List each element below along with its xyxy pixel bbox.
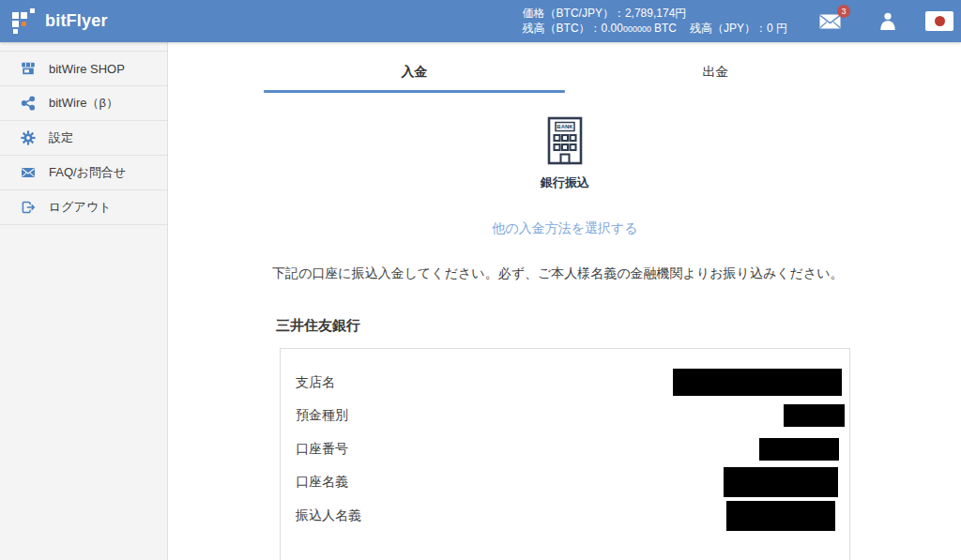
balance-btc-small-zeros: 000000 bbox=[623, 24, 651, 34]
deposit-withdraw-tabs: 入金 出金 bbox=[264, 42, 866, 93]
sidebar-item-settings[interactable]: 設定 bbox=[0, 121, 167, 156]
sidebar-item-bitwire-shop[interactable]: bitWire SHOP bbox=[0, 52, 167, 86]
japan-flag-icon bbox=[925, 11, 953, 31]
row-label: 口座番号 bbox=[281, 441, 348, 458]
tab-deposit[interactable]: 入金 bbox=[264, 49, 565, 93]
top-header: bitFlyer 価格（BTC/JPY）：2,789,174円 残高（BTC）：… bbox=[0, 0, 961, 42]
gear-icon bbox=[21, 130, 36, 145]
other-deposit-methods-link[interactable]: 他の入金方法を選択する bbox=[264, 220, 866, 237]
balance-btc-unit: BTC bbox=[654, 22, 677, 35]
table-row-branch: 支店名 bbox=[281, 366, 849, 400]
sidebar-nav: bitWire SHOP bitWire（β） bbox=[0, 42, 168, 560]
sidebar-item-label: bitWire SHOP bbox=[49, 62, 125, 76]
sidebar-item-label: ログアウト bbox=[49, 199, 112, 216]
mail-icon bbox=[819, 14, 841, 29]
bitflyer-logo[interactable]: bitFlyer bbox=[12, 8, 108, 35]
row-label: 預金種別 bbox=[281, 407, 348, 424]
table-row-sender-name: 振込人名義 bbox=[281, 499, 849, 533]
row-label: 口座名義 bbox=[281, 474, 348, 491]
sidebar-item-label: bitWire（β） bbox=[49, 95, 118, 112]
row-label: 支店名 bbox=[281, 374, 335, 391]
redacted-value bbox=[726, 501, 835, 531]
mail-button[interactable]: 3 bbox=[819, 14, 841, 29]
account-button[interactable] bbox=[878, 11, 897, 31]
sidebar-item-label: FAQ/お問合せ bbox=[49, 164, 126, 181]
bank-transfer-label: 銀行振込 bbox=[264, 174, 866, 191]
bank-icon-label: BANK bbox=[557, 124, 573, 129]
logout-icon bbox=[21, 200, 36, 215]
sidebar-item-partial bbox=[0, 42, 167, 52]
ticker-balance-block: 価格（BTC/JPY）：2,789,174円 残高（BTC）：0.0000000… bbox=[523, 6, 787, 37]
balance-line: 残高（BTC）：0.00000000BTC残高（JPY）：0 円 bbox=[523, 21, 787, 37]
bank-building-icon: BANK bbox=[544, 115, 586, 166]
account-details-table: 支店名 預金種別 口座番号 口座名義 振込人名義 bbox=[280, 348, 850, 560]
sidebar-item-logout[interactable]: ログアウト bbox=[0, 190, 167, 225]
active-tab-underline bbox=[264, 90, 565, 93]
person-icon bbox=[878, 11, 897, 31]
balance-btc: 残高（BTC）：0.00 bbox=[523, 22, 623, 35]
brand-name: bitFlyer bbox=[45, 11, 108, 31]
main-content: 入金 出金 BANK bbox=[169, 42, 961, 560]
tab-withdraw-label: 出金 bbox=[565, 49, 866, 90]
table-row-account-type: 預金種別 bbox=[281, 400, 849, 433]
mail-icon bbox=[21, 165, 36, 180]
table-row-account-holder: 口座名義 bbox=[281, 466, 849, 500]
row-label: 振込人名義 bbox=[281, 507, 361, 524]
deposit-method-bank-transfer: BANK 銀行振込 bbox=[264, 115, 866, 191]
tab-deposit-label: 入金 bbox=[264, 49, 565, 90]
price-line: 価格（BTC/JPY）：2,789,174円 bbox=[523, 6, 787, 21]
mail-badge: 3 bbox=[837, 5, 850, 18]
language-button[interactable] bbox=[925, 11, 953, 31]
redacted-value bbox=[784, 404, 845, 427]
bank-name-heading: 三井住友銀行 bbox=[264, 317, 866, 335]
bitflyer-logo-icon bbox=[12, 8, 37, 35]
redacted-value bbox=[724, 467, 838, 497]
balance-jpy: 残高（JPY）：0 円 bbox=[690, 22, 787, 35]
tab-withdraw[interactable]: 出金 bbox=[565, 49, 866, 93]
sidebar-item-bitwire-beta[interactable]: bitWire（β） bbox=[0, 86, 167, 121]
deposit-instruction-text: 下記の口座に振込入金してください。必ず、ご本人様名義の金融機関よりお振り込みくだ… bbox=[264, 265, 866, 282]
redacted-value bbox=[759, 438, 839, 461]
sidebar-item-label: 設定 bbox=[49, 129, 73, 146]
store-icon bbox=[21, 61, 36, 76]
share-icon bbox=[21, 96, 36, 111]
redacted-value bbox=[673, 369, 842, 396]
table-row-account-number: 口座番号 bbox=[281, 432, 849, 466]
sidebar-item-faq[interactable]: FAQ/お問合せ bbox=[0, 156, 167, 190]
